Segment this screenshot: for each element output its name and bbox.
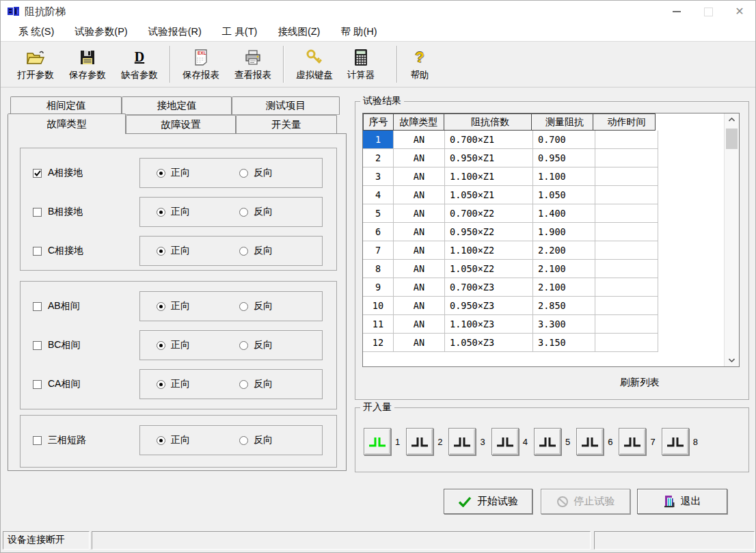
table-cell[interactable]: 1.100×Z1 <box>445 167 533 186</box>
table-cell[interactable]: 0.700×Z2 <box>445 204 533 223</box>
table-cell[interactable]: 1.050 <box>533 186 595 204</box>
table-cell[interactable]: 1.100×Z3 <box>445 315 533 334</box>
table-cell[interactable]: 1.050×Z1 <box>445 186 533 204</box>
table-row[interactable]: 4AN1.050×Z11.050 <box>363 186 739 204</box>
table-row[interactable]: 9AN0.700×Z32.100 <box>363 278 739 297</box>
table-row[interactable]: 10AN0.950×Z32.850 <box>363 297 739 315</box>
save-params-button[interactable]: 保存参数 <box>62 44 113 84</box>
table-cell[interactable]: 9 <box>363 278 394 297</box>
open-params-button[interactable]: 打开参数 <box>10 44 62 84</box>
reverse-radio[interactable]: 反向 <box>239 245 273 257</box>
table-cell[interactable]: AN <box>394 186 445 204</box>
tab-fault-type[interactable]: 故障类型 <box>8 113 126 134</box>
table-cell[interactable]: 2.100 <box>533 278 595 297</box>
digital-input-5-button[interactable] <box>534 428 561 455</box>
table-row[interactable]: 5AN0.700×Z21.400 <box>363 204 739 223</box>
table-cell[interactable]: 3.300 <box>533 315 595 334</box>
forward-radio[interactable]: 正向 <box>157 167 190 179</box>
table-cell[interactable]: 2.200 <box>533 241 595 260</box>
ab-phase-checkbox[interactable]: AB相间 <box>33 300 137 312</box>
table-cell[interactable]: 1.050×Z3 <box>445 334 533 352</box>
tab-fault-config[interactable]: 故障设置 <box>126 115 236 133</box>
table-cell[interactable] <box>595 334 658 352</box>
table-cell[interactable] <box>595 315 658 334</box>
reverse-radio[interactable]: 反向 <box>239 206 273 218</box>
reverse-radio[interactable]: 反向 <box>239 300 273 312</box>
table-cell[interactable]: 2 <box>363 149 394 167</box>
table-row[interactable]: 12AN1.050×Z33.150 <box>363 334 739 352</box>
table-cell[interactable]: 1 <box>363 131 394 149</box>
menu-tools[interactable]: 工 具(T) <box>215 23 265 40</box>
table-cell[interactable] <box>595 204 658 223</box>
column-header-impedance-multiple[interactable]: 阻抗倍数 <box>444 113 532 131</box>
table-cell[interactable]: AN <box>394 297 445 315</box>
table-cell[interactable]: AN <box>394 260 445 278</box>
table-cell[interactable]: 0.950 <box>533 149 595 167</box>
table-cell[interactable]: AN <box>394 204 445 223</box>
close-icon[interactable]: ✕ <box>724 1 755 23</box>
menu-system[interactable]: 系 统(S) <box>11 23 62 40</box>
forward-radio[interactable]: 正向 <box>157 378 190 390</box>
table-cell[interactable]: 0.950×Z1 <box>445 149 533 167</box>
table-row[interactable]: 11AN1.100×Z33.300 <box>363 315 739 334</box>
calculator-button[interactable]: 计算器 <box>340 44 381 84</box>
tab-switch-quantity[interactable]: 开关量 <box>236 115 337 133</box>
tab-phase-settings[interactable]: 相间定值 <box>10 96 122 115</box>
tab-ground-settings[interactable]: 接地定值 <box>122 96 232 115</box>
table-cell[interactable]: 3.150 <box>533 334 595 352</box>
digital-input-3-button[interactable] <box>448 428 476 455</box>
table-row[interactable]: 3AN1.100×Z11.100 <box>363 167 739 186</box>
table-cell[interactable]: AN <box>394 131 445 149</box>
forward-radio[interactable]: 正向 <box>157 245 190 257</box>
table-cell[interactable]: 1.900 <box>533 223 595 241</box>
refresh-list-button[interactable]: 刷新列表 <box>620 376 660 389</box>
digital-input-8-button[interactable] <box>662 428 689 455</box>
digital-input-6-button[interactable] <box>576 428 604 455</box>
table-cell[interactable]: 5 <box>363 204 394 223</box>
table-cell[interactable]: AN <box>394 223 445 241</box>
table-cell[interactable]: 8 <box>363 260 394 278</box>
table-row[interactable]: 6AN0.950×Z21.900 <box>363 223 739 241</box>
table-cell[interactable]: 11 <box>363 315 394 334</box>
table-cell[interactable] <box>595 149 658 167</box>
table-cell[interactable] <box>595 260 658 278</box>
table-cell[interactable]: AN <box>394 315 445 334</box>
menu-test-report[interactable]: 试验报告(R) <box>141 23 209 40</box>
table-cell[interactable]: 0.700×Z1 <box>445 131 533 149</box>
digital-input-4-button[interactable] <box>491 428 519 455</box>
forward-radio[interactable]: 正向 <box>157 300 190 312</box>
table-row[interactable]: 8AN1.050×Z22.100 <box>363 260 739 278</box>
table-cell[interactable]: AN <box>394 334 445 352</box>
table-row[interactable]: 7AN1.100×Z22.200 <box>363 241 739 260</box>
save-report-button[interactable]: EXL 保存报表 <box>175 44 227 84</box>
column-header-measured-impedance[interactable]: 测量阻抗 <box>531 113 593 131</box>
table-cell[interactable]: AN <box>394 278 445 297</box>
table-cell[interactable]: 7 <box>363 241 394 260</box>
table-cell[interactable]: AN <box>394 167 445 186</box>
table-cell[interactable]: 0.700 <box>533 131 595 149</box>
start-test-button[interactable]: 开始试验 <box>444 489 532 514</box>
table-cell[interactable]: 0.950×Z3 <box>445 297 533 315</box>
table-row[interactable]: 2AN0.950×Z10.950 <box>363 149 739 167</box>
ca-phase-checkbox[interactable]: CA相间 <box>33 378 137 390</box>
table-cell[interactable]: 1.400 <box>533 204 595 223</box>
stop-test-button[interactable]: 停止试验 <box>541 489 630 514</box>
digital-input-2-button[interactable] <box>406 428 433 455</box>
table-cell[interactable]: 10 <box>363 297 394 315</box>
forward-radio[interactable]: 正向 <box>157 434 190 446</box>
table-cell[interactable] <box>595 223 658 241</box>
scroll-down-icon[interactable] <box>725 354 739 366</box>
table-cell[interactable]: 12 <box>363 334 394 352</box>
reverse-radio[interactable]: 反向 <box>239 378 273 390</box>
forward-radio[interactable]: 正向 <box>157 339 190 351</box>
forward-radio[interactable]: 正向 <box>157 206 190 218</box>
table-cell[interactable] <box>595 241 658 260</box>
table-cell[interactable]: 1.100 <box>533 167 595 186</box>
table-cell[interactable]: 2.100 <box>533 260 595 278</box>
column-header-fault-type[interactable]: 故障类型 <box>393 113 444 131</box>
scrollbar-thumb[interactable] <box>726 129 738 149</box>
minimize-icon[interactable] <box>661 1 692 23</box>
reverse-radio[interactable]: 反向 <box>239 167 273 179</box>
results-scrollbar[interactable] <box>724 113 739 366</box>
scroll-up-icon[interactable] <box>725 113 739 126</box>
